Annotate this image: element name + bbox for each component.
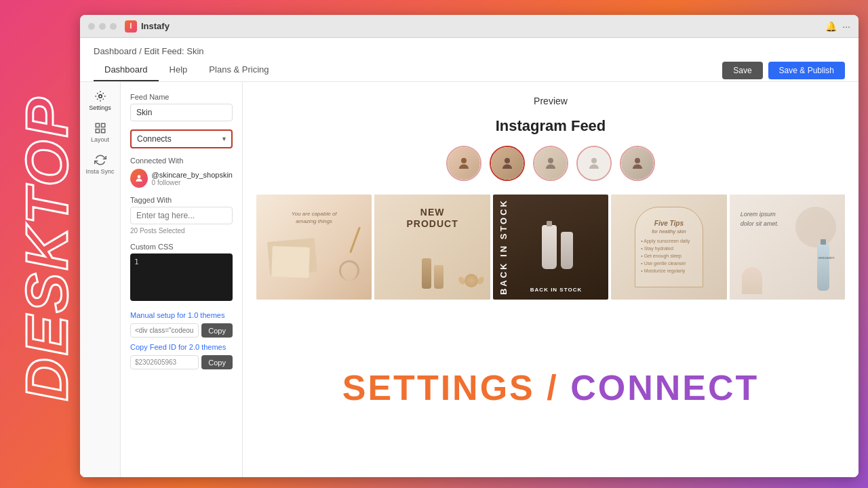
grid-item-3[interactable]: BACK IN STOCK BACK IN ST bbox=[493, 195, 608, 300]
tab-plans-pricing[interactable]: Plans & Pricing bbox=[198, 59, 279, 81]
story-circle-3[interactable] bbox=[533, 146, 568, 181]
grid-item-1[interactable]: You are capable ofamazing things bbox=[256, 195, 372, 300]
sidebar-icons: Settings Layout Insta bbox=[80, 82, 121, 477]
sidebar-item-layout[interactable]: Layout bbox=[91, 122, 109, 143]
tagged-with-input[interactable] bbox=[130, 207, 233, 224]
app-content: Dashboard / Edit Feed: Skin Dashboard He… bbox=[80, 38, 859, 477]
save-button[interactable]: Save bbox=[722, 62, 762, 79]
nav-actions: Save Save & Publish bbox=[722, 62, 845, 79]
sidebar-item-insta-sync[interactable]: Insta Sync bbox=[85, 154, 114, 175]
manual-code-field[interactable] bbox=[130, 323, 199, 338]
tagged-with-group: Tagged With 20 Posts Selected bbox=[130, 196, 233, 235]
svg-point-6 bbox=[461, 158, 467, 163]
feed-name-label: Feed Name bbox=[130, 93, 233, 101]
svg-rect-1 bbox=[96, 123, 99, 127]
manual-setup-link[interactable]: Manual setup for 1.0 themes bbox=[130, 311, 233, 319]
connect-text: CONNECT bbox=[570, 368, 759, 407]
main-layout: Settings Layout Insta bbox=[80, 82, 859, 477]
nav-tabs: Dashboard Help Plans & Pricing bbox=[94, 59, 280, 81]
story-circle-5[interactable] bbox=[620, 146, 655, 181]
overlay-text: SETTINGS / CONNECT bbox=[256, 367, 845, 408]
connects-select[interactable]: Connects bbox=[130, 129, 233, 148]
sidebar-label-settings: Settings bbox=[89, 104, 111, 111]
browser-dots bbox=[88, 23, 117, 30]
custom-css-label: Custom CSS bbox=[130, 243, 233, 251]
bell-icon[interactable]: 🔔 bbox=[825, 21, 837, 32]
image-grid: You are capable ofamazing things NEWPROD… bbox=[256, 195, 845, 300]
connects-select-wrapper: Connects bbox=[130, 129, 233, 148]
svg-point-9 bbox=[591, 158, 597, 163]
story-circle-1[interactable] bbox=[446, 146, 481, 181]
feed-id-field[interactable] bbox=[130, 355, 199, 369]
svg-point-10 bbox=[635, 158, 640, 163]
svg-rect-2 bbox=[101, 123, 104, 127]
browser-dot-green bbox=[110, 23, 117, 30]
sidebar-item-settings[interactable]: Settings bbox=[89, 90, 111, 111]
copy-feed-id-link[interactable]: Copy Feed ID for 2.0 themes bbox=[130, 343, 233, 351]
tab-dashboard[interactable]: Dashboard bbox=[94, 59, 159, 81]
grid-item-5[interactable]: Lorem ipsumdolor sit amet. BERGAMOT bbox=[730, 195, 845, 300]
browser-dot-yellow bbox=[99, 23, 106, 30]
feed-name-group: Feed Name bbox=[130, 93, 233, 121]
feed-id-copy-button[interactable]: Copy bbox=[201, 355, 233, 369]
custom-css-group: Custom CSS 1 bbox=[130, 243, 233, 303]
user-followers: 0 follower bbox=[152, 179, 233, 186]
feed-id-copy-row: Copy bbox=[130, 355, 233, 369]
tagged-with-label: Tagged With bbox=[130, 196, 233, 204]
app-name: Instafy bbox=[141, 21, 170, 31]
browser-dot-red bbox=[88, 23, 95, 30]
feed-name-input[interactable] bbox=[130, 104, 233, 121]
browser-chrome: I Instafy 🔔 ··· bbox=[80, 15, 859, 38]
grid-item-4[interactable]: Five Tips for healthy skin • Apply sunsc… bbox=[611, 195, 726, 300]
manual-copy-button[interactable]: Copy bbox=[201, 323, 233, 338]
browser-window: I Instafy 🔔 ··· Dashboard / Edit Feed: S… bbox=[80, 15, 859, 477]
preview-title: Preview bbox=[256, 96, 845, 106]
svg-point-5 bbox=[137, 175, 140, 178]
more-options-icon[interactable]: ··· bbox=[842, 21, 850, 32]
posts-selected: 20 Posts Selected bbox=[130, 227, 233, 235]
svg-point-7 bbox=[505, 158, 510, 163]
nav-bar: Dashboard Help Plans & Pricing Save Save… bbox=[80, 59, 859, 82]
avatar bbox=[130, 169, 148, 188]
story-circles bbox=[256, 146, 845, 181]
user-info: @skincare_by_shopskin 0 follower bbox=[152, 171, 233, 186]
custom-css-textarea[interactable]: 1 bbox=[130, 253, 233, 301]
svg-rect-3 bbox=[96, 129, 99, 133]
sidebar-label-layout: Layout bbox=[91, 136, 109, 143]
instagram-feed-title: Instagram Feed bbox=[256, 117, 845, 135]
tab-help[interactable]: Help bbox=[159, 59, 199, 81]
settings-text: SETTINGS / bbox=[342, 368, 559, 407]
settings-panel: Feed Name Connects Connected With bbox=[121, 82, 243, 477]
desktop-label: DESKTOP bbox=[12, 95, 81, 401]
connected-with-section: Connected With @skincare_by_shopskin 0 f… bbox=[130, 157, 233, 188]
save-publish-button[interactable]: Save & Publish bbox=[768, 62, 845, 79]
user-handle: @skincare_by_shopskin bbox=[152, 171, 233, 179]
svg-point-8 bbox=[548, 158, 553, 163]
browser-actions: 🔔 ··· bbox=[825, 21, 850, 32]
sidebar-label-insta-sync: Insta Sync bbox=[85, 168, 114, 175]
story-circle-2[interactable] bbox=[490, 146, 525, 181]
browser-logo: I Instafy bbox=[125, 20, 170, 33]
svg-point-0 bbox=[98, 95, 102, 98]
app-logo-icon: I bbox=[125, 20, 137, 33]
svg-rect-4 bbox=[101, 129, 104, 133]
manual-copy-row: Copy bbox=[130, 323, 233, 338]
grid-item-2[interactable]: NEWPRODUCT bbox=[374, 195, 490, 300]
preview-area: Preview Instagram Feed bbox=[243, 82, 859, 477]
story-circle-4[interactable] bbox=[576, 146, 612, 181]
connects-group: Connects bbox=[130, 129, 233, 148]
connected-with-label: Connected With bbox=[130, 157, 233, 165]
breadcrumb: Dashboard / Edit Feed: Skin bbox=[80, 38, 859, 56]
connected-user: @skincare_by_shopskin 0 follower bbox=[130, 169, 233, 188]
